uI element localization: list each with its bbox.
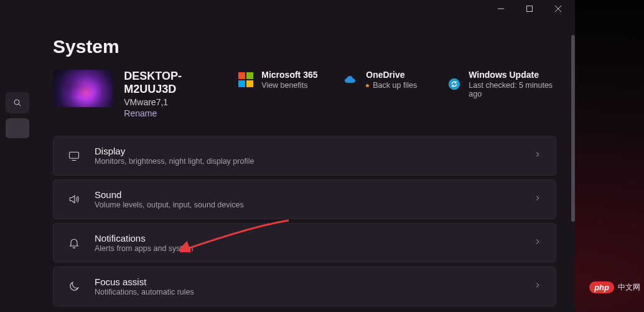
svg-point-4	[14, 100, 19, 105]
row-title: Notifications	[95, 233, 520, 243]
tile-title: Windows Update	[469, 70, 556, 80]
maximize-button[interactable]	[515, 0, 544, 17]
watermark: php 中文网	[589, 281, 640, 293]
scrollbar[interactable]	[571, 35, 575, 222]
page-title: System	[53, 36, 556, 57]
settings-window: System DESKTOP-M2UUJ3D VMware7,1 Rename …	[0, 0, 575, 312]
onedrive-icon	[342, 72, 358, 88]
watermark-text: 中文网	[618, 282, 640, 293]
row-display[interactable]: Display Monitors, brightness, night ligh…	[53, 136, 556, 176]
device-info: DESKTOP-M2UUJ3D VMware7,1 Rename	[124, 70, 226, 118]
rename-link[interactable]: Rename	[124, 108, 226, 118]
tile-microsoft365[interactable]: Microsoft 365 View benefits	[238, 70, 331, 90]
row-title: Display	[95, 146, 520, 156]
row-title: Sound	[95, 189, 520, 200]
row-notifications[interactable]: Notifications Alerts from apps and syste…	[53, 223, 556, 263]
tile-windows-update[interactable]: Windows Update Last checked: 5 minutes a…	[447, 70, 556, 98]
svg-point-6	[449, 78, 460, 90]
tile-title: OneDrive	[366, 70, 417, 80]
search-icon	[12, 98, 22, 108]
search-button[interactable]	[6, 92, 29, 113]
svg-rect-7	[70, 152, 79, 158]
row-subtitle: Volume levels, output, input, sound devi…	[95, 201, 520, 209]
sound-icon	[67, 193, 81, 206]
row-focus-assist[interactable]: Focus assist Notifications, automatic ru…	[53, 267, 556, 306]
microsoft-icon	[238, 72, 254, 88]
bell-icon	[67, 237, 81, 249]
tile-subtitle: Last checked: 5 minutes ago	[469, 81, 556, 98]
chevron-right-icon	[533, 237, 542, 248]
chevron-right-icon	[533, 194, 542, 205]
row-sound[interactable]: Sound Volume levels, output, input, soun…	[53, 179, 556, 219]
settings-list: Display Monitors, brightness, night ligh…	[53, 136, 556, 306]
row-title: Focus assist	[95, 277, 520, 287]
tile-subtitle: Back up files	[366, 81, 417, 90]
device-wallpaper[interactable]	[53, 70, 113, 107]
close-icon	[555, 6, 561, 12]
close-button[interactable]	[544, 0, 572, 17]
status-dot-icon	[366, 84, 369, 87]
chevron-right-icon	[533, 281, 542, 292]
nav-column	[0, 17, 34, 312]
minimize-button[interactable]	[487, 0, 515, 17]
tile-onedrive[interactable]: OneDrive Back up files	[342, 70, 436, 90]
row-subtitle: Alerts from apps and system	[95, 244, 520, 253]
update-icon	[447, 76, 461, 92]
tile-title: Microsoft 365	[261, 70, 317, 80]
svg-line-5	[19, 104, 21, 106]
display-icon	[67, 149, 81, 162]
row-subtitle: Notifications, automatic rules	[95, 288, 520, 296]
chevron-right-icon	[533, 150, 542, 161]
row-subtitle: Monitors, brightness, night light, displ…	[95, 157, 520, 166]
main-content: System DESKTOP-M2UUJ3D VMware7,1 Rename …	[34, 17, 575, 312]
device-name: DESKTOP-M2UUJ3D	[124, 70, 226, 96]
watermark-badge: php	[589, 281, 614, 293]
titlebar	[0, 0, 575, 17]
system-header: DESKTOP-M2UUJ3D VMware7,1 Rename Microso…	[53, 70, 556, 118]
tile-subtitle: View benefits	[261, 81, 317, 90]
svg-rect-1	[527, 6, 533, 12]
moon-icon	[67, 280, 81, 293]
device-model: VMware7,1	[124, 97, 226, 107]
minimize-icon	[498, 6, 504, 12]
maximize-icon	[526, 6, 533, 12]
nav-selected-item[interactable]	[6, 118, 29, 138]
